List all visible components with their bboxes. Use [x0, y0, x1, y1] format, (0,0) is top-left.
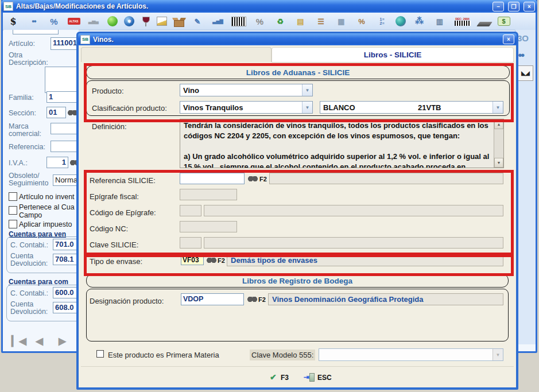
referencia-silicie-label: Referencia SILICIE: — [90, 176, 156, 185]
no-inventariable-checkbox[interactable] — [9, 192, 17, 201]
nav-first-button[interactable]: ▎◀ — [11, 335, 26, 347]
f3-check-icon[interactable]: ✔ — [270, 372, 277, 382]
dollar-icon[interactable]: $ — [6, 15, 20, 28]
clasificacion2-dropdown[interactable]: BLANCO 21VTB ▼ — [320, 101, 503, 114]
dialog-body: Libros - SILICIE Libros de Aduanas - SIL… — [79, 46, 516, 387]
codigo-nc-label: Código NC: — [90, 224, 128, 233]
pertenece-checkbox[interactable] — [9, 206, 17, 215]
ventas-contable-input[interactable]: 701.0 — [53, 239, 79, 250]
partial-logo: 3O — [517, 33, 529, 43]
referencia-silicie-desc — [269, 173, 503, 184]
doc-calculator-icon[interactable]: ▥ — [433, 15, 447, 28]
percent-icon[interactable]: % — [47, 15, 61, 28]
chevron-down-icon[interactable]: ▼ — [493, 102, 503, 113]
partial-input[interactable] — [13, 30, 59, 34]
referencia-silicie-input[interactable] — [180, 173, 245, 184]
dec-barcode-icon[interactable]: DEC: 2684 — [453, 15, 472, 28]
percent-box-icon[interactable]: % — [355, 15, 369, 28]
seccion-input[interactable]: 01 — [46, 107, 66, 118]
chart-icon[interactable]: ◣◢ — [517, 65, 533, 81]
edit-grid-icon[interactable]: ✎ — [191, 15, 204, 28]
box-refresh-icon[interactable]: ♻ — [273, 15, 287, 28]
pertenece-label-1: Pertenece al Cua — [19, 204, 75, 211]
close-button[interactable]: × — [524, 2, 535, 11]
vinos-dialog: SB Vinos. × Libros - SILICIE Libros de A… — [76, 32, 518, 390]
compras-devolucion-input[interactable]: 608.0 — [53, 302, 79, 313]
nav-prev-button[interactable]: ◀ — [36, 335, 43, 347]
iva-input[interactable]: 1 — [46, 157, 68, 168]
scanner-icon[interactable] — [476, 22, 493, 26]
referencia-input[interactable] — [51, 141, 79, 152]
definicion-scrollbar[interactable]: ▲ ▼ — [494, 119, 503, 168]
obsoleto-label: Obsoleto/ Seguimiento — [9, 172, 55, 187]
minimize-button[interactable]: – — [493, 2, 504, 11]
chevron-down-icon[interactable]: ▼ — [302, 84, 312, 96]
main-window-title: Altas/Bajas/Modificaciones de Artículos. — [16, 2, 488, 10]
door-icon — [309, 373, 315, 382]
clasificacion-dropdown[interactable]: Vinos Tranquilos ▼ — [180, 101, 313, 114]
codigo-epigrafe-input — [180, 205, 201, 216]
tipo-envase-input[interactable]: VF03 — [181, 254, 204, 265]
codigo-epigrafe-label: Código de Epígrafe: — [90, 208, 156, 217]
designacion-input[interactable]: VDOP — [181, 293, 244, 305]
bar-chart-icon[interactable]: ▃▅▇ — [211, 15, 225, 28]
iva-label: I.V.A.: — [9, 160, 28, 167]
area-chart-icon[interactable]: ▃▅▄ — [87, 15, 100, 28]
image-icon[interactable] — [157, 17, 167, 26]
main-titlebar: SB Altas/Bajas/Modificaciones de Artícul… — [1, 0, 537, 13]
tab-inactive[interactable] — [81, 47, 272, 62]
maximize-button[interactable]: ❐ — [508, 2, 519, 11]
images-folder-icon[interactable]: ▤ — [294, 15, 308, 28]
globe-icon[interactable]: ✱ — [124, 16, 134, 26]
otra-descripcion-input[interactable] — [45, 67, 79, 93]
familia-input[interactable]: 1 — [46, 91, 79, 103]
open-box-icon[interactable] — [174, 20, 184, 27]
referencia-lookup-icon[interactable] — [248, 176, 258, 181]
tab-libros-silicie[interactable]: Libros - SILICIE — [272, 47, 514, 63]
barcode-icon[interactable] — [231, 17, 246, 26]
designacion-f2-label: F2 — [258, 296, 266, 303]
articulo-input[interactable]: 111001 — [51, 37, 79, 50]
familia-label: Familia: — [9, 94, 34, 102]
chevron-down-icon[interactable]: ▼ — [302, 102, 312, 113]
designacion-lookup-icon[interactable] — [247, 296, 257, 302]
clave-silicie-input — [180, 237, 201, 249]
scroll-down-icon[interactable]: ▼ — [494, 158, 503, 168]
referencia-f2-label: F2 — [259, 176, 267, 183]
green-sphere-icon[interactable] — [107, 16, 118, 26]
esc-button-label[interactable]: ESC — [317, 374, 332, 382]
clasificacion2-value: BLANCO — [323, 103, 418, 112]
wine-glass-icon[interactable] — [141, 15, 150, 27]
clave-modelo-555-select[interactable]: ▼ — [319, 348, 503, 361]
envase-lookup-icon[interactable] — [207, 257, 216, 263]
pallet-icon[interactable]: ☰ — [314, 15, 328, 28]
altas-banner-icon[interactable]: ALTAS — [68, 18, 80, 25]
f3-button-label[interactable]: F3 — [281, 374, 289, 382]
referencia-label: Referencia: — [9, 143, 45, 151]
compras-devolucion-label: Cuenta Devolución: — [10, 301, 49, 316]
percent-search-icon[interactable]: % — [253, 15, 267, 28]
aduanas-group-header: Libros de Aduanas - SILICIE — [86, 65, 510, 79]
numbered-list-icon[interactable]: 1≡ 2≡ — [375, 15, 389, 28]
footer-divider — [81, 366, 514, 367]
definicion-textarea[interactable]: Tendrán la consideración de vinos tranqu… — [180, 119, 504, 168]
obsoleto-input[interactable]: Normal — [53, 174, 79, 186]
scroll-up-icon[interactable]: ▲ — [494, 119, 503, 129]
users-icon[interactable]: ●● — [518, 51, 524, 59]
impuesto-label: Aplicar impuesto — [19, 221, 72, 228]
esc-exit-icon[interactable]: ⇥ — [304, 373, 315, 382]
dual-sphere-icon[interactable] — [395, 16, 406, 26]
users-icon[interactable]: ●● — [27, 15, 41, 28]
marca-input[interactable] — [51, 123, 79, 134]
money-refresh-icon[interactable]: $ — [498, 17, 510, 26]
dialog-close-button[interactable]: × — [503, 34, 514, 44]
table-icon[interactable]: ▦ — [335, 15, 348, 28]
primera-materia-label: Este producto es Primera Materia — [108, 351, 219, 359]
primera-materia-checkbox[interactable] — [96, 350, 104, 358]
nav-next-button[interactable]: ▶ — [59, 335, 66, 347]
paw-icon[interactable]: ⁂ — [413, 15, 426, 28]
producto-dropdown[interactable]: Vino ▼ — [180, 84, 313, 96]
impuesto-checkbox[interactable] — [9, 220, 17, 228]
ventas-devolucion-input[interactable]: 708.1 — [53, 254, 79, 265]
compras-contable-input[interactable]: 600.0 — [53, 287, 79, 298]
